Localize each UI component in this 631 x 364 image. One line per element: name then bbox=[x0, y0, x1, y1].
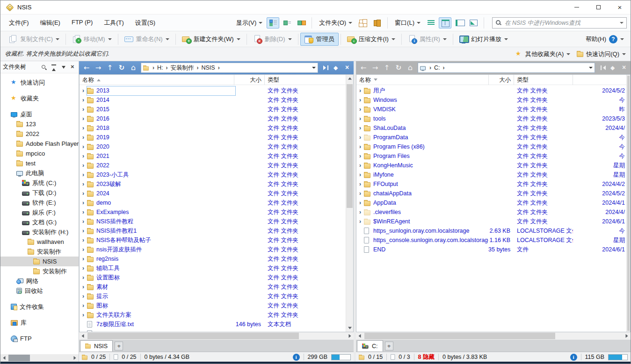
tree-item[interactable]: 2022 bbox=[0, 129, 79, 139]
expander-chevron-icon[interactable] bbox=[80, 237, 87, 243]
chevron-down-icon[interactable] bbox=[620, 22, 624, 26]
file-row[interactable]: NSIS各种帮助及帖子 文件 文件夹 bbox=[80, 236, 346, 245]
tab-nsis[interactable]: NSIS bbox=[80, 340, 113, 351]
up-button[interactable] bbox=[381, 63, 392, 73]
file-name[interactable]: nsis开源皮肤插件 bbox=[96, 246, 234, 254]
file-name[interactable]: NSIS插件教程 bbox=[96, 218, 234, 226]
tree-item[interactable]: 安装制作 bbox=[0, 247, 79, 257]
action-button[interactable] bbox=[175, 34, 176, 45]
file-row[interactable]: NSIS插件教程 文件 文件夹 bbox=[80, 217, 346, 226]
file-row[interactable]: .cleverfiles 文件 文件夹 2024/4/ bbox=[356, 207, 626, 217]
tree-item[interactable]: test bbox=[0, 158, 79, 168]
chevron-down-icon[interactable] bbox=[443, 38, 447, 42]
scroll-right-button[interactable] bbox=[71, 354, 79, 362]
file-name[interactable]: 2022 bbox=[96, 162, 234, 169]
file-row[interactable]: 2013 文件 文件夹 bbox=[80, 86, 346, 95]
up-button[interactable] bbox=[104, 63, 116, 73]
file-name[interactable]: KongHenMusic bbox=[373, 162, 488, 169]
breadcrumb-segment[interactable]: 安装制作 bbox=[171, 64, 194, 72]
vertical-scrollbar[interactable] bbox=[626, 75, 630, 332]
expander-chevron-icon[interactable] bbox=[80, 200, 87, 206]
action-button[interactable] bbox=[298, 34, 298, 45]
quick-access-button[interactable]: 快速访问(Q) bbox=[577, 50, 626, 58]
file-row[interactable] bbox=[80, 329, 346, 332]
expander-chevron-icon[interactable] bbox=[356, 125, 364, 131]
file-name[interactable]: VMDISK bbox=[373, 106, 488, 113]
action-button[interactable] bbox=[401, 34, 402, 45]
action-button[interactable] bbox=[341, 34, 341, 45]
expander-chevron-icon[interactable] bbox=[80, 293, 87, 300]
file-row[interactable]: $WinREAgent 文件 文件夹 2024/6/1 bbox=[356, 217, 626, 226]
file-name[interactable]: NSIS插件教程1 bbox=[96, 227, 234, 235]
folders-menu-button[interactable]: 文件夹(O) bbox=[316, 17, 355, 29]
file-name[interactable]: chataiAppData bbox=[373, 190, 488, 197]
breadcrumb-segment[interactable]: C: bbox=[434, 64, 440, 71]
file-row[interactable]: 2015 文件 文件夹 bbox=[80, 105, 346, 114]
tree-item[interactable]: 文档 (G:) bbox=[0, 217, 79, 227]
layout-mixed-button[interactable] bbox=[467, 17, 479, 29]
tree-item[interactable]: 软件 (E:) bbox=[0, 198, 79, 207]
new-tab-button[interactable] bbox=[115, 342, 123, 350]
tree-search-icon[interactable] bbox=[41, 64, 47, 70]
scroll-left-button[interactable] bbox=[0, 354, 8, 362]
folder-tabs-button[interactable] bbox=[356, 17, 369, 29]
scroll-right-button[interactable] bbox=[623, 332, 631, 340]
chevron-down-icon[interactable] bbox=[504, 38, 508, 42]
chevron-down-icon[interactable] bbox=[288, 38, 292, 42]
action-button[interactable]: 复制文件(C) bbox=[4, 33, 64, 46]
tree-item[interactable]: 安装制作 (H:) bbox=[0, 227, 79, 237]
chevron-down-icon[interactable] bbox=[56, 38, 59, 42]
pane-close-button[interactable] bbox=[343, 64, 352, 72]
tree-item[interactable]: Adobe Flash Player bbox=[0, 139, 79, 149]
tree-horizontal-scrollbar[interactable] bbox=[0, 354, 79, 362]
file-row[interactable]: Windows 文件 文件夹 今 bbox=[356, 95, 626, 105]
file-name[interactable]: https_console.sunlogin.oray.com.localsto… bbox=[373, 237, 488, 243]
action-button[interactable] bbox=[65, 34, 66, 45]
scroll-left-button[interactable] bbox=[356, 332, 363, 340]
pane-expand-button[interactable] bbox=[322, 64, 330, 72]
expander-chevron-icon[interactable] bbox=[80, 162, 87, 169]
file-name[interactable]: 2016 bbox=[96, 115, 234, 122]
file-row[interactable]: Program Files 文件 文件夹 今 bbox=[356, 151, 626, 161]
refresh-button[interactable] bbox=[393, 63, 404, 73]
expander-chevron-icon[interactable] bbox=[356, 97, 364, 103]
file-name[interactable]: reg2nsis bbox=[96, 256, 234, 262]
view-mode-tiles-button[interactable] bbox=[295, 17, 307, 29]
file-row[interactable]: reg2nsis 文件 文件夹 bbox=[80, 254, 346, 264]
file-row[interactable]: 辅助工具 文件 文件夹 bbox=[80, 264, 346, 273]
scroll-right-button[interactable] bbox=[346, 332, 354, 340]
file-name[interactable]: https_sunlogin.oray.com.localstorage bbox=[373, 228, 488, 234]
expander-chevron-icon[interactable] bbox=[356, 106, 364, 113]
action-button[interactable]: 属性(R) bbox=[404, 33, 451, 46]
expander-chevron-icon[interactable] bbox=[80, 97, 87, 103]
file-name[interactable]: 设置图标 bbox=[96, 274, 234, 282]
scrollbar-thumb[interactable] bbox=[87, 333, 299, 339]
menu-item[interactable]: 设置(S) bbox=[131, 16, 160, 29]
tree-item[interactable]: 库 bbox=[0, 318, 79, 328]
file-name[interactable]: Program Files (x86) bbox=[373, 143, 488, 150]
action-button[interactable] bbox=[247, 34, 247, 45]
file-name[interactable]: 2013 bbox=[96, 87, 234, 94]
tab-c-drive[interactable]: C: bbox=[357, 340, 383, 351]
file-row[interactable]: iMyfone 文件 文件夹 星期 bbox=[356, 170, 626, 179]
file-name[interactable]: 辅助工具 bbox=[96, 264, 234, 272]
tree-item[interactable]: 123 bbox=[0, 119, 79, 129]
file-name[interactable]: 2023-小工具 bbox=[96, 171, 234, 179]
tree-dropdown-icon[interactable] bbox=[61, 64, 66, 70]
expander-chevron-icon[interactable] bbox=[80, 274, 87, 281]
tree-item[interactable]: 文件收集 bbox=[0, 302, 79, 312]
view-mode-details-button[interactable] bbox=[281, 17, 293, 29]
file-name[interactable]: 7z极限压缩.txt bbox=[96, 321, 234, 328]
menu-item[interactable]: FTP (P) bbox=[67, 16, 97, 29]
close-button[interactable]: × bbox=[609, 0, 631, 14]
file-row[interactable]: 图标 文件 文件夹 bbox=[80, 301, 346, 310]
breadcrumb-segment[interactable]: NSIS bbox=[202, 64, 215, 71]
file-row[interactable]: 2020 文件 文件夹 bbox=[80, 142, 346, 151]
scroll-down-button[interactable] bbox=[346, 324, 353, 332]
expander-chevron-icon[interactable] bbox=[356, 153, 364, 159]
file-row[interactable]: 2016 文件 文件夹 bbox=[80, 114, 346, 123]
expander-chevron-icon[interactable] bbox=[356, 181, 364, 187]
chevron-down-icon[interactable] bbox=[237, 38, 240, 42]
expander-chevron-icon[interactable] bbox=[80, 171, 87, 178]
breadcrumb[interactable]: H:安装制作NSIS bbox=[141, 63, 318, 73]
